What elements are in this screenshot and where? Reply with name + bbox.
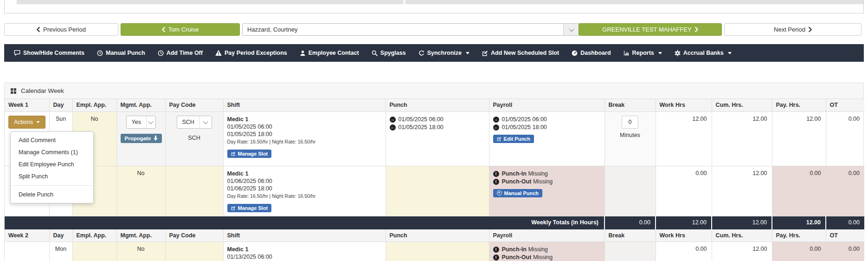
pay-code-select[interactable]: SCH — [177, 116, 212, 129]
edit-icon — [482, 50, 488, 56]
payroll-out-time: 01/05/2025 18:00 — [502, 124, 547, 131]
payroll-in-time: 01/05/2025 06:00 — [502, 116, 547, 124]
panel-title: Calendar Week — [21, 87, 64, 94]
empl-app-cell — [72, 241, 116, 261]
actions-button[interactable]: Actions — [8, 116, 45, 129]
punch-in-missing-status: Missing — [528, 170, 547, 177]
cum-hrs-cell: 12.00 — [712, 111, 772, 166]
shift-end: 01/06/2025 18:00 — [227, 185, 382, 192]
col-mgmt-app: Mgmt. App. — [116, 229, 165, 241]
pay-code-cell — [165, 166, 223, 216]
manual-punch-label: Manual Punch — [106, 50, 145, 56]
week1-header-row: Week 1 Day Empl. App. Mgmt. App. Pay Cod… — [5, 99, 864, 111]
cum-hrs-cell: 12.00 — [712, 166, 772, 216]
ot-cell: 0.00 — [826, 111, 864, 166]
employee-select-chevron[interactable] — [563, 24, 579, 35]
timecard-table: Week 1 Day Empl. App. Mgmt. App. Pay Cod… — [5, 99, 864, 261]
col-pay-hrs: Pay. Hrs. — [772, 99, 826, 111]
caret-down-icon — [466, 52, 469, 54]
col-work-hrs: Work Hrs — [656, 229, 712, 241]
break-cell — [604, 166, 656, 216]
menu-item-delete-punch[interactable]: Delete Punch — [11, 189, 93, 201]
pay-code-value: SCH — [177, 116, 199, 128]
add-time-off-button[interactable]: Add Time Off — [158, 50, 203, 56]
totals-cum-hrs: 12.00 — [712, 216, 772, 229]
propogate-button[interactable]: Propogate — [121, 134, 162, 143]
manage-slot-button[interactable]: Manage Slot — [227, 204, 272, 212]
reports-button[interactable]: Reports — [624, 50, 662, 56]
spyglass-label: Spyglass — [380, 50, 406, 56]
payroll-cell: →01/05/2025 06:00 ←01/05/2025 18:00 Edit… — [489, 111, 604, 166]
add-time-off-label: Add Time Off — [167, 50, 203, 56]
mgmt-app-cell: No — [116, 241, 165, 261]
previous-period-button[interactable]: Previous Period — [4, 23, 118, 36]
ot-cell: 0.00 — [826, 241, 864, 261]
col-day: Day — [49, 229, 72, 241]
punch-out-missing-status: Missing — [533, 178, 553, 185]
edit-icon — [231, 151, 236, 156]
add-new-scheduled-slot-label: Add New Scheduled Slot — [491, 50, 559, 56]
menu-item-edit-employee-punch[interactable]: Edit Employee Punch — [11, 158, 93, 170]
select-chevron — [146, 116, 155, 128]
add-new-scheduled-slot-button[interactable]: Add New Scheduled Slot — [482, 50, 559, 56]
grid-icon — [10, 88, 17, 94]
timecard-page: Previous Period Tom Cruise Hazzard, Cour… — [0, 0, 868, 261]
shift-start: 01/13/2025 06:00 — [227, 253, 382, 261]
mgmt-app-cell: Yes Propogate — [116, 111, 165, 166]
remnant-divider — [404, 0, 405, 4]
break-minutes-label: Minutes — [609, 132, 652, 138]
synchronize-button[interactable]: Synchronize — [418, 50, 469, 56]
shift-start: 01/06/2025 06:00 — [227, 177, 382, 185]
manual-punch-button[interactable]: + Manual Punch — [493, 189, 543, 197]
menu-item-split-punch[interactable]: Split Punch — [11, 170, 93, 183]
employee-select-value: Hazzard, Courtney — [243, 24, 563, 35]
day-row-sun: Actions Sun No Yes Propogate — [5, 111, 864, 166]
col-week2: Week 2 — [5, 229, 49, 241]
col-break: Break — [604, 229, 656, 241]
dashboard-icon — [572, 50, 578, 56]
edit-punch-button[interactable]: Edit Punch — [493, 135, 534, 143]
caret-down-icon — [658, 52, 662, 54]
previous-employee-button[interactable]: Tom Cruise — [121, 23, 240, 36]
previous-panel-remnant — [4, 0, 864, 13]
menu-item-add-comment[interactable]: Add Comment — [11, 134, 93, 146]
pay-hrs-cell: 12.00 — [772, 111, 826, 166]
punch-cell — [386, 166, 489, 216]
employee-contact-label: Employee Contact — [309, 50, 359, 56]
previous-employee-label: Tom Cruise — [168, 26, 199, 33]
punch-out-missing-status: Missing — [533, 254, 553, 261]
col-mgmt-app: Mgmt. App. — [116, 99, 165, 111]
next-employee-button[interactable]: GREENVILLE TEST MAHAFFEY — [579, 23, 722, 36]
work-hrs-cell: 0.00 — [656, 166, 712, 216]
punch-out-missing-label: Punch-Out — [502, 254, 532, 261]
mgmt-approval-select[interactable]: Yes — [126, 116, 156, 129]
show-hide-comments-button[interactable]: Show/Hide Comments — [14, 50, 84, 56]
menu-item-manage-comments[interactable]: Manage Comments (1) — [11, 146, 93, 158]
day-cell: Mon — [49, 241, 72, 261]
clock-icon — [97, 50, 103, 56]
col-work-hrs: Work Hrs — [656, 99, 712, 111]
punch-out-icon: ← — [390, 124, 396, 130]
manual-punch-button[interactable]: Manual Punch — [97, 50, 145, 56]
manage-slot-button[interactable]: Manage Slot — [227, 150, 272, 158]
col-cum-hrs: Cum. Hrs. — [712, 229, 772, 241]
cum-hrs-cell: 12.00 — [712, 241, 772, 261]
spyglass-button[interactable]: Spyglass — [372, 50, 406, 56]
actions-dropdown-menu: Add Comment Manage Comments (1) Edit Emp… — [10, 131, 94, 203]
employee-select[interactable]: Hazzard, Courtney — [242, 23, 579, 36]
info-icon: ! — [493, 179, 499, 185]
manage-slot-label: Manage Slot — [238, 205, 268, 211]
info-icon: ! — [493, 171, 499, 177]
manage-slot-label: Manage Slot — [238, 151, 268, 157]
accrual-banks-button[interactable]: Accrual Banks — [675, 50, 732, 56]
week2-header-row: Week 2 Day Empl. App. Mgmt. App. Pay Cod… — [5, 229, 864, 241]
menu-divider — [11, 185, 93, 186]
break-minutes-input[interactable] — [622, 116, 638, 129]
mgmt-app-cell: No — [116, 166, 165, 216]
dashboard-button[interactable]: Dashboard — [572, 50, 611, 56]
employee-contact-button[interactable]: Employee Contact — [300, 50, 359, 56]
caret-down-icon — [36, 121, 40, 123]
punch-out-icon: ← — [493, 124, 499, 130]
pay-period-exceptions-button[interactable]: Pay Period Exceptions — [215, 50, 287, 56]
next-period-button[interactable]: Next Period — [724, 23, 862, 36]
